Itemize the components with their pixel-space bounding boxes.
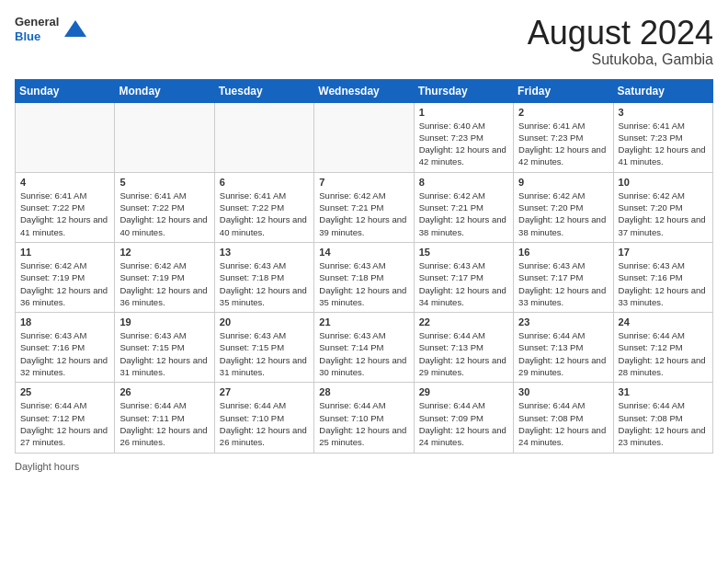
title-block: August 2024 Sutukoba, Gambia — [528, 15, 713, 68]
day-info: Sunrise: 6:44 AM Sunset: 7:10 PM Dayligh… — [220, 399, 309, 448]
calendar-cell — [214, 102, 313, 172]
calendar-cell: 7Sunrise: 6:42 AM Sunset: 7:21 PM Daylig… — [314, 172, 414, 242]
location-subtitle: Sutukoba, Gambia — [528, 52, 713, 68]
calendar-cell: 6Sunrise: 6:41 AM Sunset: 7:22 PM Daylig… — [214, 172, 313, 242]
calendar-cell: 1Sunrise: 6:40 AM Sunset: 7:23 PM Daylig… — [414, 102, 513, 172]
calendar-cell: 29Sunrise: 6:44 AM Sunset: 7:09 PM Dayli… — [414, 383, 513, 453]
calendar-cell: 5Sunrise: 6:41 AM Sunset: 7:22 PM Daylig… — [115, 172, 214, 242]
day-number: 12 — [119, 247, 209, 258]
day-info: Sunrise: 6:42 AM Sunset: 7:21 PM Dayligh… — [319, 190, 408, 238]
day-number: 17 — [619, 247, 708, 258]
day-info: Sunrise: 6:44 AM Sunset: 7:13 PM Dayligh… — [518, 329, 608, 378]
day-info: Sunrise: 6:44 AM Sunset: 7:08 PM Dayligh… — [619, 399, 708, 448]
day-number: 21 — [319, 316, 408, 327]
col-header-monday: Monday — [115, 79, 214, 102]
day-info: Sunrise: 6:41 AM Sunset: 7:22 PM Dayligh… — [119, 190, 209, 238]
day-info: Sunrise: 6:44 AM Sunset: 7:13 PM Dayligh… — [419, 329, 508, 378]
day-number: 19 — [119, 316, 209, 327]
month-year-title: August 2024 — [528, 15, 713, 52]
calendar-week-3: 11Sunrise: 6:42 AM Sunset: 7:19 PM Dayli… — [16, 242, 713, 312]
calendar-cell: 21Sunrise: 6:43 AM Sunset: 7:14 PM Dayli… — [314, 313, 414, 383]
day-number: 27 — [220, 386, 309, 397]
calendar-cell: 4Sunrise: 6:41 AM Sunset: 7:22 PM Daylig… — [16, 172, 115, 242]
calendar-cell — [115, 102, 214, 172]
day-number: 9 — [518, 177, 608, 188]
col-header-wednesday: Wednesday — [314, 79, 414, 102]
day-number: 15 — [419, 247, 508, 258]
calendar-cell: 3Sunrise: 6:41 AM Sunset: 7:23 PM Daylig… — [613, 102, 712, 172]
calendar-cell — [16, 102, 115, 172]
day-info: Sunrise: 6:41 AM Sunset: 7:23 PM Dayligh… — [518, 120, 608, 168]
day-info: Sunrise: 6:44 AM Sunset: 7:08 PM Dayligh… — [518, 399, 608, 448]
day-info: Sunrise: 6:43 AM Sunset: 7:16 PM Dayligh… — [20, 329, 109, 378]
calendar-cell: 13Sunrise: 6:43 AM Sunset: 7:18 PM Dayli… — [214, 242, 313, 312]
calendar-cell: 25Sunrise: 6:44 AM Sunset: 7:12 PM Dayli… — [16, 383, 115, 453]
calendar-week-4: 18Sunrise: 6:43 AM Sunset: 7:16 PM Dayli… — [16, 313, 713, 383]
day-number: 28 — [319, 386, 408, 397]
day-info: Sunrise: 6:43 AM Sunset: 7:18 PM Dayligh… — [319, 259, 408, 308]
page-header: General Blue August 2024 Sutukoba, Gambi… — [15, 15, 713, 68]
day-number: 4 — [20, 177, 109, 188]
day-number: 24 — [619, 316, 708, 327]
day-number: 26 — [119, 386, 209, 397]
logo-general-text: General — [15, 15, 59, 29]
day-number: 6 — [220, 177, 309, 188]
day-number: 18 — [20, 316, 109, 327]
calendar-cell: 9Sunrise: 6:42 AM Sunset: 7:20 PM Daylig… — [514, 172, 613, 242]
day-number: 20 — [220, 316, 309, 327]
calendar-cell: 19Sunrise: 6:43 AM Sunset: 7:15 PM Dayli… — [115, 313, 214, 383]
day-number: 2 — [518, 107, 608, 118]
day-info: Sunrise: 6:41 AM Sunset: 7:22 PM Dayligh… — [20, 190, 109, 238]
day-info: Sunrise: 6:44 AM Sunset: 7:10 PM Dayligh… — [319, 399, 408, 448]
day-info: Sunrise: 6:43 AM Sunset: 7:16 PM Dayligh… — [619, 259, 708, 308]
day-info: Sunrise: 6:43 AM Sunset: 7:18 PM Dayligh… — [220, 259, 309, 308]
day-number: 10 — [619, 177, 708, 188]
calendar-cell: 26Sunrise: 6:44 AM Sunset: 7:11 PM Dayli… — [115, 383, 214, 453]
col-header-thursday: Thursday — [414, 79, 513, 102]
calendar-cell: 11Sunrise: 6:42 AM Sunset: 7:19 PM Dayli… — [16, 242, 115, 312]
calendar-cell: 20Sunrise: 6:43 AM Sunset: 7:15 PM Dayli… — [214, 313, 313, 383]
logo-icon — [63, 17, 88, 42]
logo-blue-text: Blue — [15, 29, 59, 44]
calendar-cell: 12Sunrise: 6:42 AM Sunset: 7:19 PM Dayli… — [115, 242, 214, 312]
col-header-tuesday: Tuesday — [214, 79, 313, 102]
calendar-cell: 8Sunrise: 6:42 AM Sunset: 7:21 PM Daylig… — [414, 172, 513, 242]
day-info: Sunrise: 6:43 AM Sunset: 7:17 PM Dayligh… — [419, 259, 508, 308]
day-info: Sunrise: 6:41 AM Sunset: 7:23 PM Dayligh… — [619, 120, 708, 168]
day-info: Sunrise: 6:44 AM Sunset: 7:12 PM Dayligh… — [20, 399, 109, 448]
calendar-cell: 22Sunrise: 6:44 AM Sunset: 7:13 PM Dayli… — [414, 313, 513, 383]
calendar-cell: 15Sunrise: 6:43 AM Sunset: 7:17 PM Dayli… — [414, 242, 513, 312]
day-info: Sunrise: 6:41 AM Sunset: 7:22 PM Dayligh… — [220, 190, 309, 238]
calendar-cell: 24Sunrise: 6:44 AM Sunset: 7:12 PM Dayli… — [613, 313, 712, 383]
calendar-cell: 14Sunrise: 6:43 AM Sunset: 7:18 PM Dayli… — [314, 242, 414, 312]
calendar-week-2: 4Sunrise: 6:41 AM Sunset: 7:22 PM Daylig… — [16, 172, 713, 242]
calendar-cell: 18Sunrise: 6:43 AM Sunset: 7:16 PM Dayli… — [16, 313, 115, 383]
day-info: Sunrise: 6:44 AM Sunset: 7:09 PM Dayligh… — [419, 399, 508, 448]
day-info: Sunrise: 6:43 AM Sunset: 7:17 PM Dayligh… — [518, 259, 608, 308]
svg-marker-0 — [64, 20, 86, 37]
day-info: Sunrise: 6:43 AM Sunset: 7:14 PM Dayligh… — [319, 329, 408, 378]
day-number: 1 — [419, 107, 508, 118]
day-info: Sunrise: 6:44 AM Sunset: 7:12 PM Dayligh… — [619, 329, 708, 378]
col-header-saturday: Saturday — [613, 79, 712, 102]
calendar-cell: 2Sunrise: 6:41 AM Sunset: 7:23 PM Daylig… — [514, 102, 613, 172]
calendar-cell: 28Sunrise: 6:44 AM Sunset: 7:10 PM Dayli… — [314, 383, 414, 453]
day-number: 7 — [319, 177, 408, 188]
day-number: 16 — [518, 247, 608, 258]
day-info: Sunrise: 6:42 AM Sunset: 7:19 PM Dayligh… — [20, 259, 109, 308]
calendar-cell: 31Sunrise: 6:44 AM Sunset: 7:08 PM Dayli… — [613, 383, 712, 453]
col-header-sunday: Sunday — [16, 79, 115, 102]
calendar-cell: 17Sunrise: 6:43 AM Sunset: 7:16 PM Dayli… — [613, 242, 712, 312]
day-number: 11 — [20, 247, 109, 258]
day-number: 14 — [319, 247, 408, 258]
calendar-table: SundayMondayTuesdayWednesdayThursdayFrid… — [15, 79, 713, 454]
footer: Daylight hours — [15, 461, 713, 472]
day-number: 31 — [619, 386, 708, 397]
day-number: 13 — [220, 247, 309, 258]
day-number: 23 — [518, 316, 608, 327]
day-info: Sunrise: 6:43 AM Sunset: 7:15 PM Dayligh… — [119, 329, 209, 378]
day-info: Sunrise: 6:42 AM Sunset: 7:21 PM Dayligh… — [419, 190, 508, 238]
day-info: Sunrise: 6:42 AM Sunset: 7:19 PM Dayligh… — [119, 259, 209, 308]
col-header-friday: Friday — [514, 79, 613, 102]
day-info: Sunrise: 6:42 AM Sunset: 7:20 PM Dayligh… — [619, 190, 708, 238]
